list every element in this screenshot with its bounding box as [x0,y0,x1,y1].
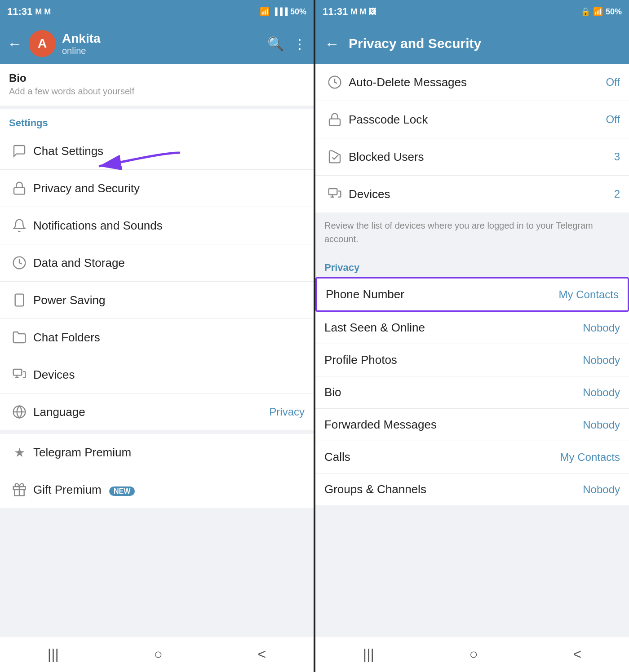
home-icon-right[interactable]: ○ [469,646,478,663]
svg-rect-14 [329,189,337,195]
devices-icon [9,364,30,385]
privacy-security-item[interactable]: Privacy and Security [0,170,314,207]
groups-channels-label: Groups & Channels [324,482,583,496]
data-storage-label: Data and Storage [33,256,305,270]
telegram-premium-item[interactable]: ★ Telegram Premium [0,434,314,471]
chat-settings-item[interactable]: Chat Settings [0,133,314,170]
auto-delete-value: Off [606,76,620,88]
premium-group: ★ Telegram Premium Gift Premium NEW [0,434,314,508]
forwarded-label: Forwarded Messages [324,418,583,432]
passcode-label: Passcode Lock [349,113,606,127]
recent-apps-icon[interactable]: ||| [48,646,59,663]
devices-label-right: Devices [349,187,614,201]
chat-settings-label: Chat Settings [33,144,305,158]
back-button-left[interactable]: ← [7,35,22,53]
groups-channels-value: Nobody [583,483,620,496]
power-icon [9,290,30,310]
blocked-users-item[interactable]: Blocked Users 3 [315,138,629,176]
profile-photos-item[interactable]: Profile Photos Nobody [315,344,629,376]
time-right: 11:31 [323,6,348,18]
lock-icon [9,178,30,199]
battery-right: 50% [606,7,622,17]
bio-privacy-item[interactable]: Bio Nobody [315,376,629,409]
passcode-value: Off [606,113,620,126]
svg-rect-0 [14,188,25,195]
auto-delete-label: Auto-Delete Messages [349,75,606,89]
devices-info-box: Review the list of devices where you are… [315,212,629,252]
language-item[interactable]: Language Privacy [0,393,314,430]
chat-icon [9,141,30,161]
gift-premium-item[interactable]: Gift Premium NEW [0,471,314,508]
groups-channels-item[interactable]: Groups & Channels Nobody [315,473,629,505]
left-panel-content: Bio Add a few words about yourself Setti… [0,64,314,636]
settings-label: Settings [0,109,314,133]
telegram-premium-label: Telegram Premium [33,446,305,460]
calls-item[interactable]: Calls My Contacts [315,441,629,473]
gift-icon [9,479,30,500]
profile-photos-label: Profile Photos [324,353,583,367]
last-seen-label: Last Seen & Online [324,321,583,335]
blocked-users-label: Blocked Users [349,150,614,164]
right-panel-content: Auto-Delete Messages Off Passcode Lock O… [315,64,629,636]
privacy-section-label: Privacy [315,256,629,277]
star-icon: ★ [9,442,30,463]
page-title: Privacy and Security [349,36,481,51]
wifi-icon-right: 📶 [593,7,603,17]
notifications-label: Notifications and Sounds [33,219,305,233]
last-seen-item[interactable]: Last Seen & Online Nobody [315,312,629,344]
data-storage-item[interactable]: Data and Storage [0,244,314,282]
language-label: Language [33,405,269,419]
signal-icon: ▐▐▐ [272,8,288,16]
bio-section[interactable]: Bio Add a few words about yourself [0,64,314,109]
devices-item-left[interactable]: Devices [0,356,314,393]
bio-subtitle: Add a few words about yourself [9,86,305,97]
carrier-icons-left: M M [35,7,51,17]
bell-icon [9,215,30,236]
devices-icon-right [324,184,345,204]
bottom-nav-right: ||| ○ < [315,636,629,672]
devices-value: 2 [614,188,620,200]
home-icon[interactable]: ○ [154,646,162,663]
lock-status-icon: 🔒 [580,7,590,17]
back-nav-icon[interactable]: < [257,646,266,663]
notifications-item[interactable]: Notifications and Sounds [0,207,314,244]
user-status: online [62,46,261,56]
user-info: Ankita online [62,31,261,56]
phone-number-value: My Contacts [559,288,619,301]
svg-rect-2 [15,294,24,306]
passcode-icon [324,109,345,130]
bottom-nav-left: ||| ○ < [0,636,314,672]
menu-icon[interactable]: ⋮ [293,36,306,52]
back-nav-icon-right[interactable]: < [573,646,581,663]
new-badge: NEW [109,486,135,496]
blocked-users-value: 3 [614,150,620,163]
search-icon[interactable]: 🔍 [267,36,284,52]
data-icon [9,252,30,273]
power-saving-item[interactable]: Power Saving [0,282,314,319]
passcode-item[interactable]: Passcode Lock Off [315,101,629,138]
recent-apps-icon-right[interactable]: ||| [363,646,374,663]
battery-left: 50% [290,7,306,17]
power-saving-label: Power Saving [33,293,305,307]
forwarded-item[interactable]: Forwarded Messages Nobody [315,409,629,441]
right-phone-panel: 11:31 M M 🖼 🔒 📶 50% ← Privacy and Securi… [315,0,629,672]
header-icons: 🔍 ⋮ [267,36,306,52]
wifi-icon: 📶 [260,7,270,17]
user-name: Ankita [62,31,261,46]
devices-item-right[interactable]: Devices 2 [315,176,629,212]
chat-folders-item[interactable]: Chat Folders [0,319,314,356]
avatar: A [29,30,56,57]
top-bar-left: ← A Ankita online 🔍 ⋮ [0,23,314,64]
time-left: 11:31 [7,6,32,18]
bio-privacy-label: Bio [324,385,583,399]
forwarded-value: Nobody [583,419,620,431]
bio-privacy-value: Nobody [583,386,620,399]
privacy-security-label: Privacy and Security [33,181,305,195]
calls-value: My Contacts [560,451,620,464]
auto-delete-item[interactable]: Auto-Delete Messages Off [315,64,629,101]
carrier-icons-right: M M 🖼 [350,7,377,17]
back-button-right[interactable]: ← [324,35,340,53]
last-seen-value: Nobody [583,322,620,334]
globe-icon [9,402,30,422]
phone-number-item[interactable]: Phone Number My Contacts [315,277,629,312]
